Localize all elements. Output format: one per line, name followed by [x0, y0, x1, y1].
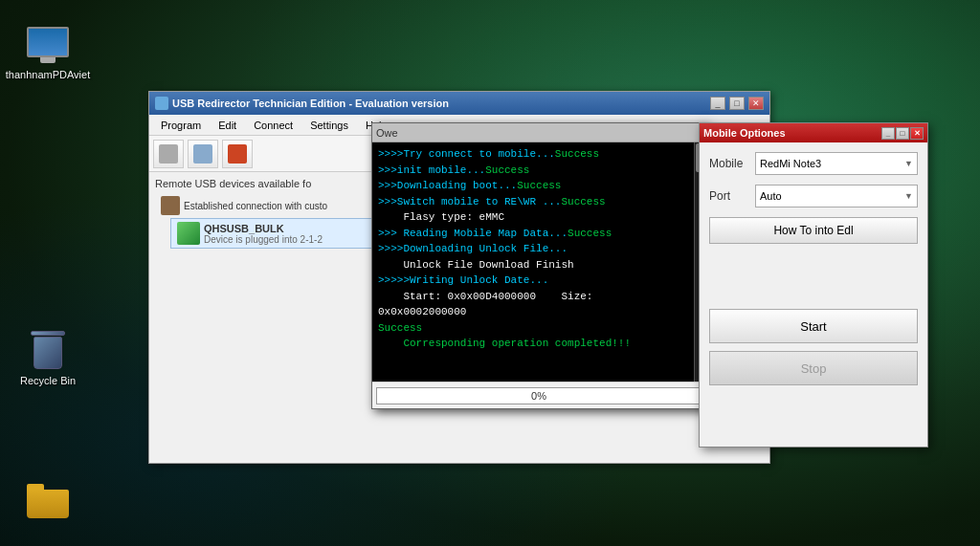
- log-line-10: Start: 0x0x00D4000000 Size:: [378, 289, 686, 305]
- panel-spacer: [709, 251, 918, 309]
- log-window: Owe >>>>Try connect to mobile...Success …: [371, 122, 706, 409]
- log-line-3: >>>Downloading boot...Success: [378, 178, 686, 194]
- menu-connect[interactable]: Connect: [246, 118, 301, 133]
- desktop-icon-folder[interactable]: [10, 478, 86, 528]
- port-label: Port: [709, 189, 747, 203]
- mobile-options-panel: Mobile Optiones _ □ ✕ Mobile RedMi Note3…: [699, 122, 928, 448]
- mobile-select-value: RedMi Note3: [760, 158, 821, 169]
- mobile-label: Mobile: [709, 157, 747, 170]
- toolbar-btn-3[interactable]: [222, 140, 253, 168]
- mobile-panel-title: Mobile Optiones: [703, 127, 786, 139]
- mobile-minimize-btn[interactable]: _: [881, 127, 895, 140]
- mobile-field-port: Port Auto ▼: [709, 185, 918, 207]
- established-text: Established connection with custo: [184, 201, 327, 211]
- log-line-1: >>>>Try connect to mobile...Success: [378, 146, 686, 163]
- menu-edit[interactable]: Edit: [211, 118, 244, 133]
- log-line-5: Flasy type: eMMC: [378, 209, 686, 226]
- log-line-9: >>>>>Writing Unlock Date...: [378, 273, 686, 289]
- progress-text: 0%: [531, 390, 546, 402]
- mobile-select-arrow: ▼: [904, 159, 913, 168]
- desktop-icon-recycle[interactable]: Recycle Bin: [10, 325, 86, 386]
- menu-program[interactable]: Program: [153, 118, 209, 133]
- port-select-arrow: ▼: [904, 191, 913, 201]
- log-line-12: Success: [378, 320, 686, 337]
- mobile-field-mobile: Mobile RedMi Note3 ▼: [709, 152, 918, 175]
- mobile-maximize-btn[interactable]: □: [896, 127, 909, 140]
- established-icon: [161, 196, 180, 215]
- progress-bar: 0%: [376, 387, 702, 404]
- log-footer: 0%: [372, 382, 705, 408]
- usb-titlebar: USB Redirector Technician Edition - Eval…: [149, 92, 769, 115]
- mobile-titlebar: Mobile Optiones _ □ ✕: [700, 123, 927, 142]
- log-line-6: >>> Reading Mobile Map Data...Success: [378, 226, 686, 242]
- log-line-13: Corresponding operation completed!!!: [378, 336, 686, 352]
- recycle-label: Recycle Bin: [20, 375, 76, 386]
- mobile-titlebar-buttons: _ □ ✕: [881, 127, 924, 140]
- maximize-button[interactable]: □: [729, 97, 745, 110]
- log-line-4: >>>Switch mobile to RE\WR ...Success: [378, 194, 686, 210]
- stop-button[interactable]: Stop: [709, 351, 918, 385]
- log-titlebar: Owe: [372, 123, 705, 142]
- how-to-edl-button[interactable]: How To into Edl: [709, 217, 918, 244]
- log-line-8: Unlock File Download Finish: [378, 257, 686, 273]
- log-line-7: >>>>Downloading Unlock File...: [378, 241, 686, 257]
- minimize-button[interactable]: _: [710, 97, 725, 110]
- toolbar-btn-2[interactable]: [188, 140, 218, 168]
- toolbar-btn-1[interactable]: [153, 140, 184, 168]
- mobile-select[interactable]: RedMi Note3 ▼: [755, 152, 918, 175]
- log-window-title: Owe: [376, 127, 398, 139]
- qhsusb-name: QHSUSB_BULK: [204, 223, 323, 234]
- log-line-2: >>>init mobile...Success: [378, 163, 686, 179]
- port-select[interactable]: Auto ▼: [755, 185, 918, 207]
- computer-label: thanhnamPDAviet: [6, 69, 90, 80]
- folder-icon: [25, 478, 71, 524]
- qhsusb-info: QHSUSB_BULK Device is plugged into 2-1-2: [204, 223, 323, 245]
- qhsusb-sub: Device is plugged into 2-1-2: [204, 234, 323, 245]
- trash-icon: [25, 325, 71, 371]
- usb-titlebar-icon: [155, 97, 168, 110]
- desktop: thanhnamPDAviet Recycle Bin USB Redirect…: [0, 0, 980, 546]
- port-select-value: Auto: [760, 190, 782, 202]
- mobile-close-btn[interactable]: ✕: [910, 127, 924, 140]
- start-button[interactable]: Start: [709, 309, 918, 343]
- qhsusb-icon: [177, 222, 200, 245]
- log-line-11: 0x0x0002000000: [378, 304, 686, 320]
- menu-settings[interactable]: Settings: [302, 118, 356, 133]
- usb-window-title: USB Redirector Technician Edition - Eval…: [172, 98, 706, 109]
- mobile-content: Mobile RedMi Note3 ▼ Port Auto ▼ How To …: [700, 142, 927, 447]
- monitor-icon: [25, 19, 71, 65]
- desktop-icon-computer[interactable]: thanhnamPDAviet: [10, 19, 86, 80]
- log-content: >>>>Try connect to mobile...Success >>>i…: [372, 142, 705, 382]
- close-button[interactable]: ✕: [748, 97, 764, 110]
